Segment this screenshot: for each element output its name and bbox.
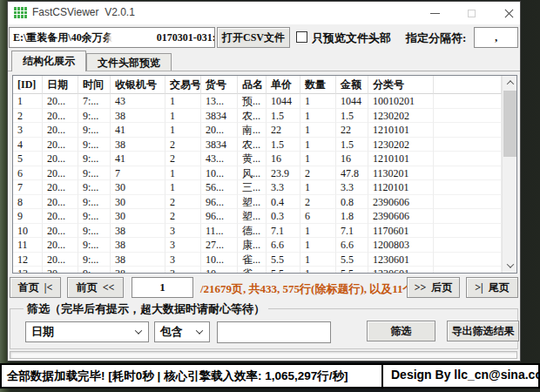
table-cell: 1 (300, 138, 336, 152)
table-cell: 6.6 (336, 238, 368, 253)
table-cell: 3 (165, 253, 201, 267)
column-header-0[interactable]: [ID] (13, 76, 43, 94)
table-row[interactable]: 520...9:...41243...黄...161161210101 (13, 152, 502, 166)
app-grid-icon (14, 7, 27, 18)
tab-file-header-preview[interactable]: 文件头部预览 (86, 53, 172, 71)
table-cell: 20... (43, 224, 78, 239)
table-cell: 1 (165, 123, 201, 138)
table-cell: 5.5 (267, 253, 300, 267)
table-row[interactable]: 1220...9:...38310...雀...5.515.51230601 (13, 253, 502, 267)
table-row[interactable]: 1020...9:...38311...德...7.117.11170601 (13, 224, 502, 239)
table-row[interactable]: 920...9:...30296...塑...0.361.82390606 (13, 209, 502, 224)
preview-header-label[interactable]: 只预览文件头部 (312, 30, 391, 46)
table-cell: 雀... (238, 267, 267, 273)
table-cell-filler (434, 253, 502, 267)
table-cell: 20... (43, 209, 78, 224)
table-cell: 三... (238, 180, 267, 195)
table-row[interactable]: 120...7:...43113...预...10441104410010201 (13, 94, 502, 109)
table-cell: 2 (165, 152, 201, 166)
status-bar: 全部数据加载完毕! [耗时0秒 | 核心引擎载入效率: 1,065,297行/秒… (0, 363, 540, 389)
table-cell: 1 (165, 94, 201, 109)
table-cell-filler (434, 123, 502, 138)
table-row[interactable]: 1320...9:...38310...雀...5.515.51230601 (13, 267, 502, 273)
table-cell: 3834 (201, 138, 238, 152)
table-cell: 38 (111, 224, 165, 239)
table-cell: 1 (300, 152, 336, 166)
table-cell: 9:... (78, 138, 111, 152)
table-cell: 20... (43, 180, 78, 195)
table-cell: 6 (300, 209, 336, 224)
minimize-button[interactable] (422, 2, 448, 24)
table-row[interactable]: 420...9:...3823834农...1.511.51230202 (13, 138, 502, 152)
table-cell: 0.3 (267, 209, 300, 224)
table-row[interactable]: 820...9:...30296...塑...0.420.82390606 (13, 195, 502, 210)
table-cell: 38 (111, 138, 165, 152)
maximize-button[interactable] (458, 2, 484, 24)
scroll-up-button[interactable] (503, 76, 517, 90)
table-cell: 农... (238, 109, 267, 124)
separator-label: 指定分隔符: (406, 30, 466, 46)
table-row[interactable]: 620...9:...7110...风...23.9247.81130201 (13, 166, 502, 181)
table-cell: 3.3 (336, 180, 368, 195)
tab-structured-view[interactable]: 结构化展示 (11, 51, 86, 71)
column-header-4[interactable]: 交易号 (165, 76, 201, 94)
table-cell: 20... (43, 253, 78, 267)
column-header-5[interactable]: 货号 (201, 76, 238, 94)
table-row[interactable]: 1120...9:...38327...康...6.616.61200803 (13, 238, 502, 253)
table-cell: 1 (13, 94, 43, 109)
table-cell: 20... (43, 123, 78, 138)
table-cell: 8 (13, 195, 43, 210)
preview-header-checkbox[interactable] (296, 31, 307, 43)
table-cell: 1210101 (368, 152, 434, 166)
scroll-down-button[interactable] (503, 259, 517, 273)
open-csv-button[interactable]: 打开CSV文件 (217, 27, 290, 48)
table-cell: 9:... (78, 152, 111, 166)
separator-input[interactable]: , (474, 27, 518, 48)
column-header-8[interactable]: 数量 (300, 76, 336, 94)
table-cell-filler (434, 195, 502, 210)
table-cell: 30 (111, 209, 165, 224)
table-row[interactable]: 720...9:...30156...三...3.313.31120101 (13, 180, 502, 195)
table-cell: 10... (201, 253, 238, 267)
table-cell: 9 (13, 209, 43, 224)
table-cell: 10010201 (368, 94, 434, 109)
vertical-scrollbar[interactable] (502, 76, 516, 273)
table-cell: 1.5 (336, 109, 368, 124)
table-cell: 南... (238, 123, 267, 138)
table-cell: 5.5 (336, 253, 368, 267)
table-row[interactable]: 320...9:...41120...南...221221210101 (13, 123, 502, 138)
column-header-2[interactable]: 时间 (78, 76, 111, 94)
close-button[interactable] (496, 2, 522, 24)
table-cell: 5.5 (267, 267, 300, 273)
table-cell: 16 (267, 152, 300, 166)
file-path-input[interactable]: E:\重装备用\40余万条0170301-031: (9, 27, 215, 48)
table-cell: 1.8 (336, 209, 368, 224)
table-row[interactable]: 220...9:...3813834农...1.511.51230202 (13, 109, 502, 124)
table-cell: 1.5 (267, 138, 300, 152)
table-cell: 56... (201, 180, 238, 195)
table-cell: 1 (165, 166, 201, 181)
table-cell: 10... (201, 267, 238, 273)
chevron-up-icon (506, 80, 513, 87)
table-cell: 7 (111, 166, 165, 181)
table-cell: 9:... (78, 123, 111, 138)
title-bar: FastCSViewer V2.0.1 (8, 2, 520, 24)
table-cell: 9:... (78, 224, 111, 239)
scrollbar-thumb[interactable] (503, 91, 516, 157)
table-cell: 1 (300, 238, 336, 253)
column-header-10[interactable]: 分类号 (368, 76, 434, 94)
table-cell: 3 (165, 267, 201, 273)
table-cell: 6 (13, 166, 43, 181)
column-header-1[interactable]: 日期 (43, 76, 78, 94)
column-header-9[interactable]: 金额 (336, 76, 368, 94)
minimize-icon (430, 13, 440, 14)
table-cell: 38 (111, 109, 165, 124)
table-cell: 38 (111, 238, 165, 253)
column-header-7[interactable]: 单价 (267, 76, 300, 94)
table-cell: 2 (165, 195, 201, 210)
table-cell: 7:... (78, 94, 111, 109)
column-header-3[interactable]: 收银机号 (111, 76, 165, 94)
table-cell: 3 (165, 238, 201, 253)
column-header-6[interactable]: 品名 (238, 76, 267, 94)
table-cell: 38 (111, 253, 165, 267)
